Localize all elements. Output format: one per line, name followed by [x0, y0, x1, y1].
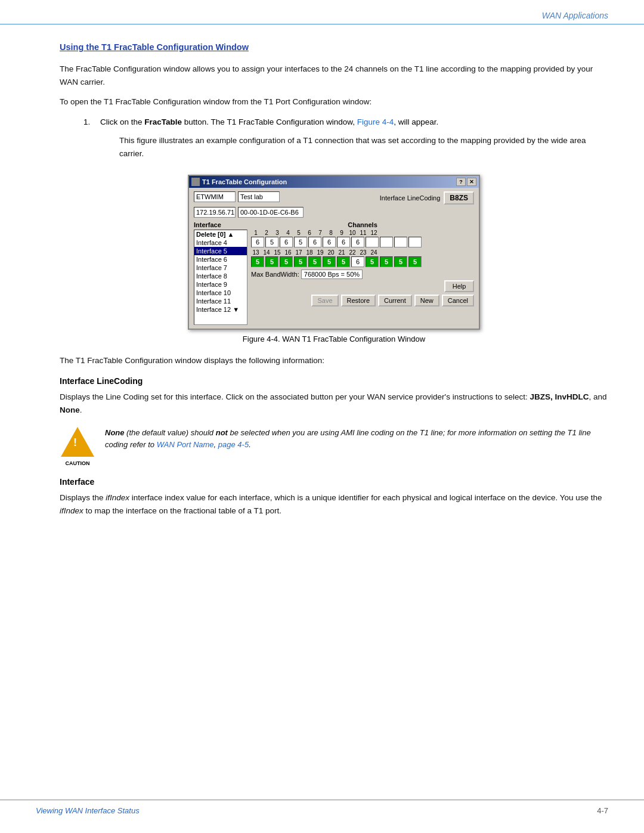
- linecoding-container: Interface LineCoding B8ZS: [380, 191, 474, 205]
- caution-box: CAUTION None (the default value) should …: [60, 427, 608, 466]
- none-default-bold: None: [105, 428, 125, 437]
- ch-num-19: 19: [315, 249, 325, 256]
- ch-16[interactable]: 5: [294, 256, 307, 267]
- ch-3[interactable]: 6: [280, 237, 293, 247]
- help-ctrl-btn[interactable]: ?: [456, 178, 466, 186]
- ch-num-7: 7: [315, 230, 325, 236]
- ch-22[interactable]: 5: [380, 256, 393, 267]
- close-ctrl-btn[interactable]: ✕: [467, 178, 476, 186]
- interface-desc: Displays the ifIndex interface index val…: [60, 491, 608, 517]
- iface-8[interactable]: Interface 8: [194, 272, 247, 280]
- dialog-title: T1 FracTable Configuration: [202, 178, 287, 185]
- new-button[interactable]: New: [414, 295, 439, 306]
- caution-content: None (the default value) should not be s…: [105, 427, 608, 450]
- ch-num-2: 2: [262, 230, 271, 236]
- ch-7[interactable]: 6: [337, 237, 350, 247]
- interface-list[interactable]: Delete [0] ▲ Interface 4 Interface 5 Int…: [194, 230, 247, 325]
- restore-button[interactable]: Restore: [341, 295, 376, 306]
- figure-link[interactable]: Figure 4-4: [357, 117, 394, 126]
- iface-10[interactable]: Interface 10: [194, 289, 247, 297]
- ch-4[interactable]: 5: [294, 237, 307, 247]
- cancel-button[interactable]: Cancel: [442, 295, 474, 306]
- footer-left: Viewing WAN Interface Status: [36, 806, 140, 815]
- wan-port-name-link[interactable]: WAN Port Name: [157, 440, 214, 449]
- current-button[interactable]: Current: [378, 295, 412, 306]
- save-button[interactable]: Save: [311, 295, 338, 306]
- caution-triangle: [61, 427, 94, 457]
- ch-12[interactable]: [408, 237, 422, 247]
- ch-10[interactable]: [380, 237, 393, 247]
- not-bold: not: [216, 428, 228, 437]
- ch-23[interactable]: 5: [394, 256, 407, 267]
- iface-9[interactable]: Interface 9: [194, 280, 247, 289]
- ch-nums-row2: 13 14 15 16 17 18 19 20 21 22 23: [251, 249, 474, 256]
- ch-row2: 5 5 5 5 5 5 5 6 5 5 5 5: [251, 256, 474, 267]
- dialog-body: ETWMIM Test lab Interface LineCoding B8Z…: [189, 188, 479, 329]
- max-bandwidth: Max BandWidth: 768000 Bps = 50%: [251, 271, 474, 278]
- linecoding-label: Interface LineCoding: [380, 194, 441, 202]
- ch-19[interactable]: 5: [337, 256, 350, 267]
- header-title: WAN Applications: [542, 11, 608, 20]
- ch-13[interactable]: 5: [251, 256, 264, 267]
- ch-num-3: 3: [273, 230, 282, 236]
- ch-num-13: 13: [251, 249, 261, 256]
- ch-num-1: 1: [251, 230, 261, 236]
- ch-5[interactable]: 6: [308, 237, 321, 247]
- ch-8[interactable]: 6: [351, 237, 364, 247]
- ch-num-14: 14: [262, 249, 271, 256]
- ifindex2-italic: ifIndex: [60, 506, 83, 515]
- dialog-buttons: Help: [251, 280, 474, 292]
- iface-11[interactable]: Interface 11: [194, 297, 247, 305]
- ch-21[interactable]: 5: [366, 256, 379, 267]
- ch-num-23: 23: [358, 249, 368, 256]
- ch-6[interactable]: 6: [323, 237, 336, 247]
- dialog-app-icon: [191, 178, 200, 186]
- iface-7[interactable]: Interface 7: [194, 264, 247, 272]
- ch-num-21: 21: [337, 249, 346, 256]
- help-button[interactable]: Help: [444, 280, 474, 292]
- dialog-action-buttons: Save Restore Current New Cancel: [251, 295, 474, 306]
- ch-num-24: 24: [369, 249, 379, 256]
- step-number: 1.: [83, 116, 95, 129]
- b8zs-button[interactable]: B8ZS: [444, 191, 474, 205]
- ch-row1: 6 5 6 5 6 6 6 6: [251, 237, 474, 247]
- ch-num-6: 6: [305, 230, 314, 236]
- page-link[interactable]: page 4-5: [218, 440, 249, 449]
- iface-12[interactable]: Interface 12 ▼: [194, 305, 247, 314]
- step1-text: Click on the FracTable button. The T1 Fr…: [100, 116, 438, 129]
- para2: To open the T1 FracTable Configuration w…: [60, 95, 608, 109]
- ch-9[interactable]: [366, 237, 379, 247]
- caution-label: CAUTION: [61, 460, 94, 466]
- page-header: WAN Applications: [0, 0, 644, 24]
- ch-18[interactable]: 5: [323, 256, 336, 267]
- page-footer: Viewing WAN Interface Status 4-7: [0, 800, 644, 815]
- ch-24[interactable]: 5: [408, 256, 422, 267]
- iface-delete[interactable]: Delete [0] ▲: [194, 230, 247, 239]
- ch-num-5: 5: [294, 230, 304, 236]
- ch-11[interactable]: [394, 237, 407, 247]
- dialog-container: T1 FracTable Configuration ? ✕ ETWMIM Te…: [60, 175, 608, 343]
- sub-para: This figure illustrates an example confi…: [119, 134, 608, 160]
- ch-20[interactable]: 6: [351, 256, 364, 267]
- testlab-field: Test lab: [238, 191, 280, 202]
- ch-num-10: 10: [348, 230, 357, 236]
- channels-label: Channels: [251, 221, 474, 228]
- ch-num-12: 12: [369, 230, 379, 236]
- ch-1[interactable]: 6: [251, 237, 264, 247]
- iface-5[interactable]: Interface 5: [194, 247, 247, 255]
- iface-4[interactable]: Interface 4: [194, 239, 247, 247]
- dialog-main: Interface Delete [0] ▲ Interface 4 Inter…: [194, 221, 474, 325]
- ch-num-18: 18: [305, 249, 314, 256]
- ifindex-italic: ifIndex: [106, 493, 129, 502]
- ch-17[interactable]: 5: [308, 256, 321, 267]
- step1: 1. Click on the FracTable button. The T1…: [83, 116, 608, 129]
- none-bold: None: [60, 405, 80, 414]
- channels-section: Channels 1 2 3 4 5 6 7 8: [251, 221, 474, 325]
- iface-6[interactable]: Interface 6: [194, 255, 247, 264]
- ch-num-11: 11: [358, 230, 368, 236]
- titlebar-left: T1 FracTable Configuration: [191, 178, 287, 186]
- ch-15[interactable]: 5: [280, 256, 293, 267]
- ch-14[interactable]: 5: [265, 256, 278, 267]
- ch-2[interactable]: 5: [265, 237, 278, 247]
- dialog-controls: ? ✕: [456, 178, 476, 186]
